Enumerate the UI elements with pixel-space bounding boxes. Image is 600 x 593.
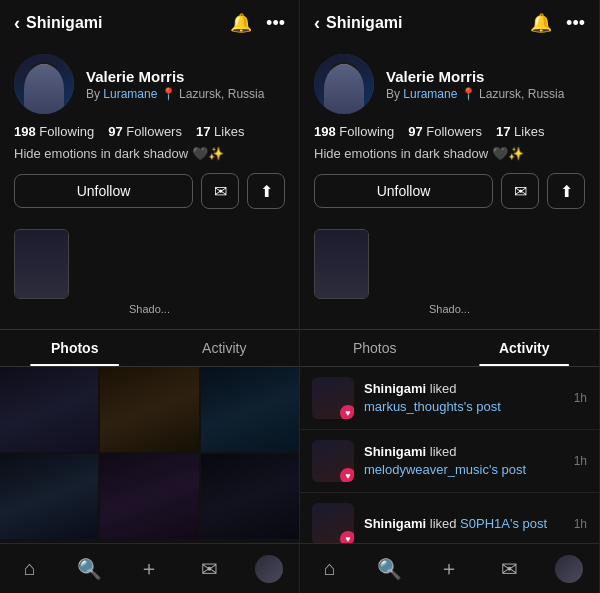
left-profile-section: Valerie Morris By Luramane 📍 Lazursk, Ru…	[0, 46, 299, 219]
right-stat-followers[interactable]: 97 Followers	[408, 124, 482, 139]
left-header: ‹ Shinigami 🔔 •••	[0, 0, 299, 46]
right-bell-icon[interactable]: 🔔	[530, 12, 552, 34]
right-posts-preview: Shado...	[300, 219, 599, 325]
left-post-label: Shado...	[14, 303, 285, 315]
right-nav-profile[interactable]	[539, 555, 599, 583]
right-header-left[interactable]: ‹ Shinigami	[314, 13, 402, 34]
heart-badge-3: ♥	[340, 531, 354, 543]
right-creator-link[interactable]: Luramane	[403, 87, 457, 101]
photo-cell-6[interactable]	[201, 454, 299, 539]
left-stats-row: 198 Following 97 Followers 17 Likes	[14, 124, 285, 139]
right-message-button[interactable]: ✉	[501, 173, 539, 209]
left-location: Lazursk, Russia	[179, 87, 264, 101]
photo-cell-1[interactable]	[0, 367, 98, 452]
left-profile-name: Valerie Morris	[86, 68, 285, 85]
left-profile-top: Valerie Morris By Luramane 📍 Lazursk, Ru…	[14, 54, 285, 114]
activity-item-1: ♥ Shinigami liked markus_thoughts's post…	[300, 367, 599, 430]
photo-cell-2[interactable]	[100, 367, 198, 452]
right-header: ‹ Shinigami 🔔 •••	[300, 0, 599, 46]
activity-text-3: Shinigami liked S0PH1A's post	[364, 515, 564, 533]
left-creator-link[interactable]: Luramane	[103, 87, 157, 101]
right-location-icon: 📍	[461, 87, 476, 101]
right-profile-top: Valerie Morris By Luramane 📍 Lazursk, Ru…	[314, 54, 585, 114]
left-avatar	[14, 54, 74, 114]
activity-target-3[interactable]: S0PH1A's post	[460, 516, 547, 531]
right-tab-activity[interactable]: Activity	[450, 330, 600, 366]
activity-target-1[interactable]: markus_thoughts's post	[364, 399, 501, 414]
right-nav-avatar	[555, 555, 583, 583]
right-post-label: Shado...	[314, 303, 585, 315]
activity-text-2: Shinigami liked melodyweaver_music's pos…	[364, 443, 564, 479]
activity-thumb-2[interactable]: ♥	[312, 440, 354, 482]
heart-badge-1: ♥	[340, 405, 354, 419]
activity-time-2: 1h	[574, 454, 587, 468]
right-profile-name: Valerie Morris	[386, 68, 585, 85]
right-stat-likes[interactable]: 17 Likes	[496, 124, 544, 139]
right-unfollow-button[interactable]: Unfollow	[314, 174, 493, 208]
activity-thumb-1[interactable]: ♥	[312, 377, 354, 419]
activity-time-1: 1h	[574, 391, 587, 405]
activity-text-1: Shinigami liked markus_thoughts's post	[364, 380, 564, 416]
right-nav-messages[interactable]: ✉	[479, 557, 539, 581]
left-nav-add[interactable]: ＋	[120, 555, 180, 582]
activity-user-2: Shinigami	[364, 444, 426, 459]
left-unfollow-button[interactable]: Unfollow	[14, 174, 193, 208]
left-stat-likes[interactable]: 17 Likes	[196, 124, 244, 139]
left-stat-followers[interactable]: 97 Followers	[108, 124, 182, 139]
left-tab-photos[interactable]: Photos	[0, 330, 150, 366]
activity-target-2[interactable]: melodyweaver_music's post	[364, 462, 526, 477]
left-message-button[interactable]: ✉	[201, 173, 239, 209]
photo-cell-3[interactable]	[201, 367, 299, 452]
left-panel: ‹ Shinigami 🔔 ••• Valerie Morris By Lura…	[0, 0, 300, 593]
left-location-icon: 📍	[161, 87, 176, 101]
right-post-thumb[interactable]	[314, 229, 369, 299]
activity-thumb-3[interactable]: ♥	[312, 503, 354, 543]
left-nav-home[interactable]: ⌂	[0, 557, 60, 580]
right-nav-add[interactable]: ＋	[420, 555, 480, 582]
left-nav-search[interactable]: 🔍	[60, 557, 120, 581]
right-tab-photos[interactable]: Photos	[300, 330, 450, 366]
left-tab-activity[interactable]: Activity	[150, 330, 300, 366]
left-header-right: 🔔 •••	[230, 12, 285, 34]
right-profile-info: Valerie Morris By Luramane 📍 Lazursk, Ru…	[386, 68, 585, 101]
right-activity-list: ♥ Shinigami liked markus_thoughts's post…	[300, 367, 599, 543]
right-header-right: 🔔 •••	[530, 12, 585, 34]
left-post-thumb[interactable]	[14, 229, 69, 299]
right-tabs: Photos Activity	[300, 330, 599, 367]
right-share-button[interactable]: ⬆	[547, 173, 585, 209]
left-back-arrow[interactable]: ‹	[14, 13, 20, 34]
left-tabs: Photos Activity	[0, 330, 299, 367]
left-stat-following[interactable]: 198 Following	[14, 124, 94, 139]
right-nav-home[interactable]: ⌂	[300, 557, 360, 580]
left-bottom-nav: ⌂ 🔍 ＋ ✉	[0, 543, 299, 593]
right-stats-row: 198 Following 97 Followers 17 Likes	[314, 124, 585, 139]
right-location: Lazursk, Russia	[479, 87, 564, 101]
right-bottom-nav: ⌂ 🔍 ＋ ✉	[300, 543, 599, 593]
left-bell-icon[interactable]: 🔔	[230, 12, 252, 34]
left-share-button[interactable]: ⬆	[247, 173, 285, 209]
right-nav-search[interactable]: 🔍	[360, 557, 420, 581]
activity-user-3: Shinigami	[364, 516, 426, 531]
left-more-icon[interactable]: •••	[266, 13, 285, 34]
right-bio: Hide emotions in dark shadow 🖤✨	[314, 145, 585, 163]
activity-user-1: Shinigami	[364, 381, 426, 396]
right-avatar	[314, 54, 374, 114]
right-back-arrow[interactable]: ‹	[314, 13, 320, 34]
photo-cell-4[interactable]	[0, 454, 98, 539]
activity-item-3: ♥ Shinigami liked S0PH1A's post 1h	[300, 493, 599, 543]
right-panel: ‹ Shinigami 🔔 ••• Valerie Morris By Lura…	[300, 0, 600, 593]
left-header-left[interactable]: ‹ Shinigami	[14, 13, 102, 34]
right-stat-following[interactable]: 198 Following	[314, 124, 394, 139]
left-photos-grid	[0, 367, 299, 543]
left-nav-messages[interactable]: ✉	[179, 557, 239, 581]
right-profile-by: By Luramane 📍 Lazursk, Russia	[386, 87, 585, 101]
left-nav-profile[interactable]	[239, 555, 299, 583]
left-profile-info: Valerie Morris By Luramane 📍 Lazursk, Ru…	[86, 68, 285, 101]
right-more-icon[interactable]: •••	[566, 13, 585, 34]
left-action-row: Unfollow ✉ ⬆	[14, 173, 285, 209]
left-posts-preview: Shado...	[0, 219, 299, 325]
photo-cell-5[interactable]	[100, 454, 198, 539]
activity-time-3: 1h	[574, 517, 587, 531]
left-bio: Hide emotions in dark shadow 🖤✨	[14, 145, 285, 163]
left-profile-by: By Luramane 📍 Lazursk, Russia	[86, 87, 285, 101]
